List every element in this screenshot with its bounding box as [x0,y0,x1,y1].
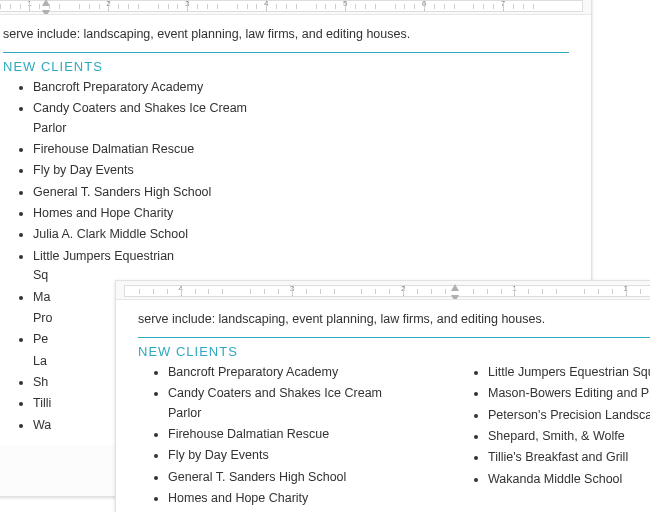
list-item: General T. Sanders High School [33,183,283,202]
ruler[interactable]: 1234567 [0,0,591,15]
client-list-col-2: Little Jumpers Equestrian SquadMason-Bow… [466,363,650,512]
list-item: Mason-Bowers Editing and Proofreading [488,384,650,403]
section-heading: NEW CLIENTS [3,59,569,74]
section-divider [3,52,569,53]
indent-marker-hanging[interactable] [451,295,459,300]
list-item: Homes and Hope Charity [33,204,283,223]
list-item: Fly by Day Events [168,446,418,465]
stage: 1234567 serve include: landscaping, even… [0,0,650,512]
section-heading: NEW CLIENTS [138,344,650,359]
indent-marker-first-line[interactable] [451,284,459,291]
ruler-track: 43211 [124,285,650,297]
page: serve include: landscaping, event planni… [116,300,650,512]
list-item: Wakanda Middle School [488,470,650,489]
list-item: Bancroft Preparatory Academy [33,78,283,97]
list-item: Bancroft Preparatory Academy [168,363,418,382]
client-columns: Bancroft Preparatory AcademyCandy Coater… [138,363,650,512]
list-item: Fly by Day Events [33,161,283,180]
list-item: Candy Coaters and Shakes Ice Cream Parlo… [168,384,418,423]
list-item: Julia A. Clark Middle School [33,225,283,244]
lead-text: serve include: landscaping, event planni… [138,310,650,329]
list-item: Peterson's Precision Landscaping [488,406,650,425]
lead-text: serve include: landscaping, event planni… [3,25,569,44]
list-item: General T. Sanders High School [168,468,418,487]
list-item: Homes and Hope Charity [168,489,418,508]
list-item: Candy Coaters and Shakes Ice Cream Parlo… [33,99,283,138]
section-divider [138,337,650,338]
list-item: Little Jumpers Equestrian [33,247,283,266]
document-window-two-column: 43211 serve include: landscaping, event … [115,280,650,512]
client-list-single: Bancroft Preparatory AcademyCandy Coater… [11,78,283,266]
list-item: Firehouse Dalmatian Rescue [33,140,283,159]
list-item: Tillie's Breakfast and Grill [488,448,650,467]
list-item: Shepard, Smith, & Wolfe [488,427,650,446]
client-list-col-1: Bancroft Preparatory AcademyCandy Coater… [146,363,418,512]
list-item: Firehouse Dalmatian Rescue [168,425,418,444]
list-item: Little Jumpers Equestrian Squad [488,363,650,382]
ruler[interactable]: 43211 [116,281,650,300]
ruler-track: 1234567 [0,0,583,12]
indent-marker-hanging[interactable] [42,10,50,15]
